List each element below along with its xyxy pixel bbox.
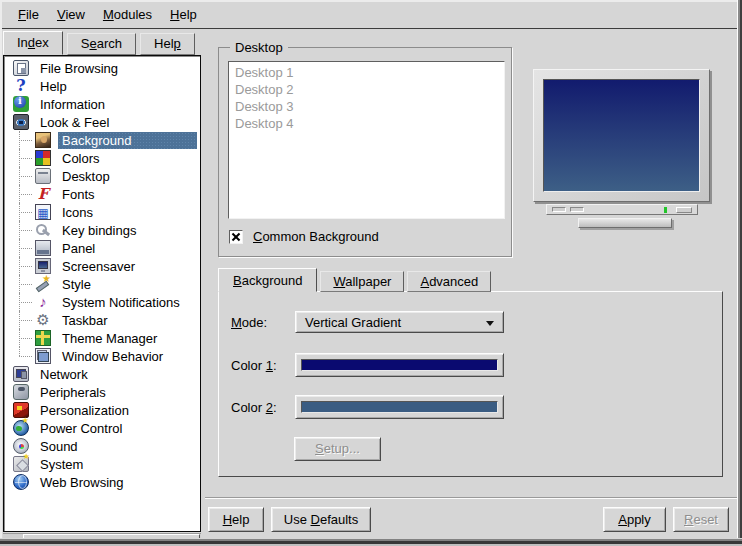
sidebar-tab-index[interactable]: Index: [3, 31, 63, 55]
tree-item-label: Look & Feel: [36, 114, 113, 131]
tree-item-label: File Browsing: [36, 60, 122, 77]
chevron-down-icon: [486, 321, 494, 326]
panel-icon: [35, 240, 51, 256]
tree-item-label: Taskbar: [58, 312, 112, 329]
sidebar-tab-search[interactable]: Search: [67, 33, 136, 55]
tree-item-label: Background: [58, 132, 197, 149]
mode-label: Mode:: [231, 315, 267, 331]
background-tab-pane: Mode: Vertical Gradient Color 1: Color 2…: [218, 291, 723, 477]
tree-item-label: Window Behavior: [58, 348, 167, 365]
bottom-separator: [205, 497, 737, 499]
background-portrait-icon: [35, 132, 51, 148]
tree-item-fonts[interactable]: Fonts: [4, 185, 200, 203]
menu-file[interactable]: File: [9, 2, 48, 28]
tree-item-key-bindings[interactable]: Key bindings: [4, 221, 200, 239]
sidebar-tabs: IndexSearchHelp: [3, 31, 199, 55]
tree-item-style[interactable]: Style: [4, 275, 200, 293]
tree-item-peripherals[interactable]: Peripherals: [4, 383, 200, 401]
monitor-preview: [533, 69, 710, 202]
reset-button: Reset: [673, 507, 729, 532]
tree-item-system-notifications[interactable]: System Notifications: [4, 293, 200, 311]
tree-item-background[interactable]: Background: [4, 131, 200, 149]
monitor-button-icon: [676, 207, 692, 213]
tree-item-window-behavior[interactable]: Window Behavior: [4, 347, 200, 365]
tree-item-theme-manager[interactable]: Theme Manager: [4, 329, 200, 347]
power-control-icon: [13, 420, 29, 436]
tree-item-file-browsing[interactable]: File Browsing: [4, 59, 200, 77]
tree-item-label: Style: [58, 276, 95, 293]
monitor-stand: [578, 218, 672, 228]
desktop-group-title: Desktop: [230, 39, 288, 56]
web-browsing-icon: [13, 474, 29, 490]
apply-button[interactable]: Apply: [603, 507, 666, 532]
tree-item-label: Information: [36, 96, 109, 113]
desktop-list-item: Desktop 4: [229, 115, 504, 132]
sidebar-tab-help[interactable]: Help: [140, 33, 195, 55]
icons-icon: [35, 204, 51, 220]
tree-item-power-control[interactable]: Power Control: [4, 419, 200, 437]
monitor-screen: [543, 79, 700, 192]
tree-item-label: Sound: [36, 438, 82, 455]
tree-item-information[interactable]: Information: [4, 95, 200, 113]
tree-item-label: Web Browsing: [36, 474, 128, 491]
tree-item-label: Panel: [58, 240, 99, 257]
tree-item-label: Colors: [58, 150, 104, 167]
desktop-list-item: Desktop 3: [229, 98, 504, 115]
setup-button: Setup...: [294, 437, 381, 461]
taskbar-icon: [35, 312, 51, 328]
menu-view[interactable]: View: [48, 2, 94, 28]
fonts-icon: [35, 186, 51, 202]
tree-item-colors[interactable]: Colors: [4, 149, 200, 167]
menu-help[interactable]: Help: [161, 2, 206, 28]
color1-button[interactable]: [295, 353, 504, 377]
tree-item-label: Desktop: [58, 168, 114, 185]
tree-item-label: Network: [36, 366, 92, 383]
tree-item-system[interactable]: System: [4, 455, 200, 473]
menu-modules[interactable]: Modules: [94, 2, 161, 28]
info-icon: [13, 96, 29, 112]
tree-item-look-feel[interactable]: Look & Feel: [4, 113, 200, 131]
tree-item-label: Personalization: [36, 402, 133, 419]
common-background-checkbox[interactable]: [229, 230, 243, 244]
tab-wallpaper[interactable]: Wallpaper: [320, 271, 404, 292]
tree-item-network[interactable]: Network: [4, 365, 200, 383]
tree-item-desktop[interactable]: Desktop: [4, 167, 200, 185]
mode-select-value: Vertical Gradient: [305, 314, 401, 332]
monitor-base: [546, 204, 698, 215]
tree-item-label: Peripherals: [36, 384, 110, 401]
window-frame: [0, 0, 2, 546]
tree-item-web-browsing[interactable]: Web Browsing: [4, 473, 200, 491]
tab-background[interactable]: Background: [218, 268, 317, 292]
tree-item-help[interactable]: Help: [4, 77, 200, 95]
tab-advanced[interactable]: Advanced: [407, 271, 491, 292]
tree-item-personalization[interactable]: Personalization: [4, 401, 200, 419]
window-frame: [0, 0, 742, 2]
control-center-window: FileViewModulesHelp IndexSearchHelp File…: [0, 0, 742, 546]
window-behavior-icon: [35, 348, 51, 364]
use-defaults-button[interactable]: Use Defaults: [271, 507, 371, 532]
notifications-icon: [35, 294, 51, 310]
tree-item-label: Screensaver: [58, 258, 139, 275]
peripherals-icon: [13, 384, 29, 400]
tree-item-label: Key bindings: [58, 222, 140, 239]
monitor-button-icon: [570, 207, 584, 212]
look-and-feel-eye-icon: [13, 114, 29, 130]
help-button[interactable]: Help: [208, 507, 264, 532]
tree-item-sound[interactable]: Sound: [4, 437, 200, 455]
color2-label: Color 2:: [231, 400, 277, 416]
tree-item-label: System: [36, 456, 87, 473]
mode-select[interactable]: Vertical Gradient: [295, 311, 504, 333]
tree-item-screensaver[interactable]: Screensaver: [4, 257, 200, 275]
colors-icon: [35, 150, 51, 166]
color2-swatch: [301, 401, 498, 413]
file-manager-icon: [13, 60, 29, 76]
color2-button[interactable]: [295, 395, 504, 419]
tree-item-panel[interactable]: Panel: [4, 239, 200, 257]
tree-item-icons[interactable]: Icons: [4, 203, 200, 221]
common-background-row: Common Background: [229, 229, 379, 244]
theme-manager-icon: [35, 330, 51, 346]
color1-swatch: [301, 359, 498, 371]
desktop-list: Desktop 1Desktop 2Desktop 3Desktop 4: [228, 61, 505, 219]
tree-item-label: Power Control: [36, 420, 126, 437]
tree-item-taskbar[interactable]: Taskbar: [4, 311, 200, 329]
